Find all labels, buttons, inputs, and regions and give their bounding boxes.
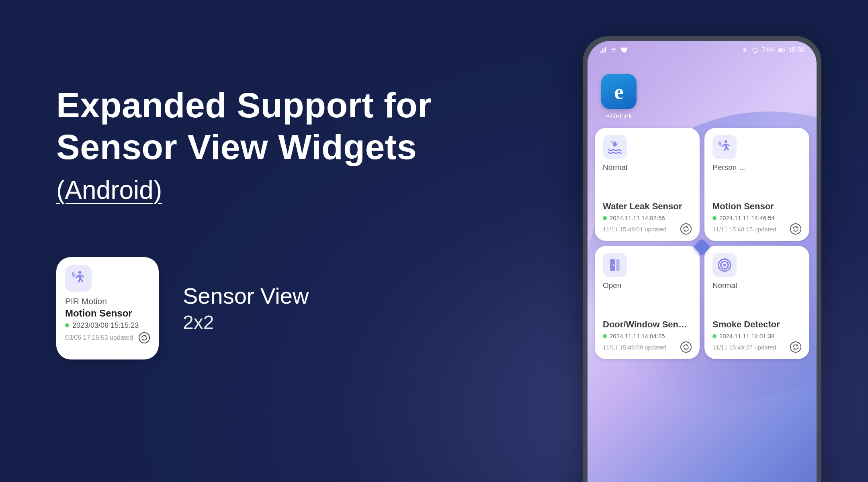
headline-line-1: Expanded Support for <box>56 84 432 126</box>
motion-icon <box>712 135 737 159</box>
widget-timestamp: 2024.11.11 14:02:56 <box>610 214 665 221</box>
headline: Expanded Support for Sensor View Widgets <box>56 84 432 168</box>
status-dot-icon <box>603 334 607 338</box>
widget-name: Door/Window Sen… <box>603 319 692 330</box>
refresh-button[interactable] <box>680 341 692 353</box>
door-icon <box>603 253 627 277</box>
svg-rect-6 <box>616 259 619 271</box>
battery-icon <box>778 47 785 54</box>
phone-mockup: 74% 15:50 e eWeLink Normal Water Leak Se… <box>583 36 821 482</box>
svg-point-7 <box>613 264 614 266</box>
widget-state: Normal <box>603 163 692 172</box>
signal-icon <box>600 47 607 54</box>
sample-updated: 03/06 17:15:53 updated <box>65 334 133 341</box>
app-shortcut[interactable]: e eWeLink <box>601 74 637 120</box>
motion-icon <box>65 265 92 292</box>
sample-label: Sensor View 2x2 <box>183 283 309 333</box>
hero-copy: Expanded Support for Sensor View Widgets… <box>56 84 432 359</box>
widget-name: Water Leak Sensor <box>603 201 692 212</box>
widget-state: Person … <box>712 163 801 172</box>
app-label: eWeLink <box>601 112 637 120</box>
sample-widget-card: PIR Motion Motion Sensor 2023/03/06 15:1… <box>56 257 159 359</box>
widget-name: Motion Sensor <box>712 201 801 212</box>
refresh-button[interactable] <box>680 223 692 235</box>
widget-name: Smoke Detector <box>712 319 801 330</box>
sample-timestamp: 2023/03/06 15:15:23 <box>72 321 139 330</box>
svg-rect-2 <box>779 49 782 51</box>
svg-rect-3 <box>784 49 785 51</box>
svg-point-4 <box>725 140 727 143</box>
platform-subtitle: (Android) <box>56 175 432 205</box>
sample-row: PIR Motion Motion Sensor 2023/03/06 15:1… <box>56 257 432 359</box>
sample-state: PIR Motion <box>65 296 150 306</box>
widget-updated: 11/11 15:49:27 updated <box>712 344 776 351</box>
sample-label-title: Sensor View <box>183 283 309 309</box>
widget-state: Open <box>603 281 692 290</box>
widget-smoke[interactable]: Normal Smoke Detector 2024.11.11 14:01:3… <box>704 246 809 359</box>
heart-icon <box>620 47 628 54</box>
widget-updated: 11/11 15:48:15 updated <box>712 226 776 233</box>
battery-percent: 74% <box>762 47 775 54</box>
widget-motion[interactable]: Person … Motion Sensor 2024.11.11 14:46:… <box>704 128 809 241</box>
status-bar: 74% 15:50 <box>588 47 817 54</box>
sample-name: Motion Sensor <box>65 308 150 319</box>
widget-timestamp: 2024.11.11 14:04:25 <box>610 333 665 339</box>
widget-state: Normal <box>712 281 801 290</box>
svg-point-10 <box>723 264 726 267</box>
widget-door-window[interactable]: Open Door/Window Sen… 2024.11.11 14:04:2… <box>595 246 700 359</box>
status-dot-icon <box>712 216 717 220</box>
status-dot-icon <box>65 323 69 327</box>
refresh-button[interactable] <box>139 332 150 343</box>
smoke-detector-icon <box>712 253 737 277</box>
clock-time: 15:50 <box>788 47 805 54</box>
refresh-small-icon <box>751 47 759 54</box>
widget-timestamp: 2024.11.11 14:01:38 <box>719 333 775 339</box>
widget-timestamp: 2024.11.11 14:46:54 <box>719 214 775 221</box>
headline-line-2: Sensor View Widgets <box>56 126 432 168</box>
status-dot-icon <box>712 334 717 338</box>
svg-point-0 <box>78 271 81 274</box>
app-icon: e <box>601 74 637 109</box>
widget-updated: 11/11 15:49:01 updated <box>603 226 666 233</box>
sample-label-size: 2x2 <box>183 311 309 333</box>
widget-updated: 11/11 15:49:59 updated <box>603 344 666 351</box>
refresh-button[interactable] <box>790 223 801 235</box>
widget-water-leak[interactable]: Normal Water Leak Sensor 2024.11.11 14:0… <box>595 128 700 241</box>
status-dot-icon <box>603 216 607 220</box>
wifi-icon <box>610 47 617 54</box>
refresh-button[interactable] <box>790 341 801 353</box>
water-leak-icon <box>603 135 627 159</box>
bluetooth-icon <box>741 47 748 54</box>
